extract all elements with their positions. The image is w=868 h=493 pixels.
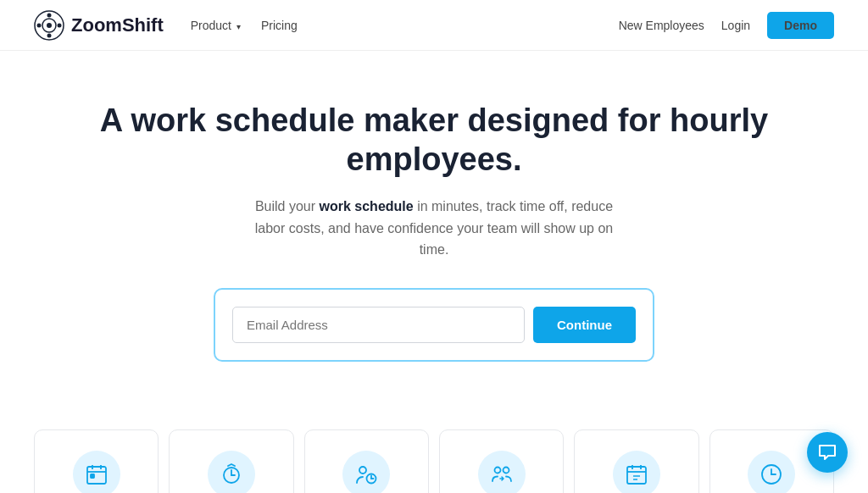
shift-planning-icon-wrap	[613, 451, 660, 493]
nav-pricing-link[interactable]: Pricing	[261, 19, 298, 32]
svg-point-2	[47, 23, 52, 28]
feature-employee-timeoff[interactable]: Employee Time-OffTracking	[304, 429, 429, 493]
nav-product-link[interactable]: Product ▾	[191, 19, 241, 32]
hero-subtext: Build your work schedule in minutes, tra…	[248, 196, 620, 261]
feature-scheduling[interactable]: SchedulingApp	[34, 429, 159, 493]
time-clock-icon-wrap	[748, 451, 795, 493]
hero-section: A work schedule maker designed for hourl…	[0, 51, 868, 396]
nav-links: Product ▾ Pricing	[191, 19, 298, 32]
continue-button[interactable]: Continue	[533, 307, 636, 343]
scheduling-icon-wrap	[73, 451, 120, 493]
product-chevron-icon: ▾	[236, 22, 241, 31]
svg-point-5	[47, 13, 52, 17]
feature-shift-planning[interactable]: ShiftPlanning	[574, 429, 698, 493]
logo[interactable]: ZoomShift	[34, 10, 164, 41]
user-clock-icon	[354, 463, 378, 486]
employee-timeoff-icon-wrap	[342, 451, 390, 493]
svg-point-4	[58, 23, 62, 27]
email-input[interactable]	[232, 307, 525, 343]
chat-icon	[818, 443, 837, 462]
clock-timer-icon	[220, 463, 243, 486]
hero-heading: A work schedule maker designed for hourl…	[34, 102, 834, 179]
svg-rect-11	[91, 474, 94, 478]
email-form: Continue	[214, 288, 654, 362]
clock-circle-icon	[760, 463, 783, 486]
time-tracking-icon-wrap	[208, 451, 255, 493]
nav-login-link[interactable]: Login	[721, 19, 750, 32]
hero-bold-text: work schedule	[320, 199, 414, 213]
svg-point-15	[359, 467, 366, 474]
chat-bubble[interactable]	[807, 432, 848, 473]
nav-right: New Employees Login Demo	[619, 12, 834, 39]
calendar-icon	[85, 463, 108, 486]
svg-point-3	[37, 23, 42, 27]
nav-left: ZoomShift Product ▾ Pricing	[34, 10, 298, 41]
navbar: ZoomShift Product ▾ Pricing New Employee…	[0, 0, 868, 51]
svg-rect-21	[627, 467, 646, 484]
svg-point-19	[494, 467, 500, 473]
logo-icon	[34, 10, 64, 41]
demo-button[interactable]: Demo	[767, 12, 834, 39]
calendar-grid-icon	[625, 463, 648, 486]
users-swap-icon	[490, 463, 514, 486]
svg-point-20	[503, 467, 509, 473]
nav-new-employees-link[interactable]: New Employees	[619, 19, 704, 32]
shift-swapping-icon-wrap	[478, 451, 526, 493]
features-section: SchedulingApp TimeTracking Employee Time…	[0, 396, 868, 493]
logo-text: ZoomShift	[71, 14, 164, 36]
feature-time-tracking[interactable]: TimeTracking	[169, 429, 293, 493]
feature-shift-swapping[interactable]: ShiftSwapping	[439, 429, 564, 493]
svg-point-6	[47, 33, 52, 37]
